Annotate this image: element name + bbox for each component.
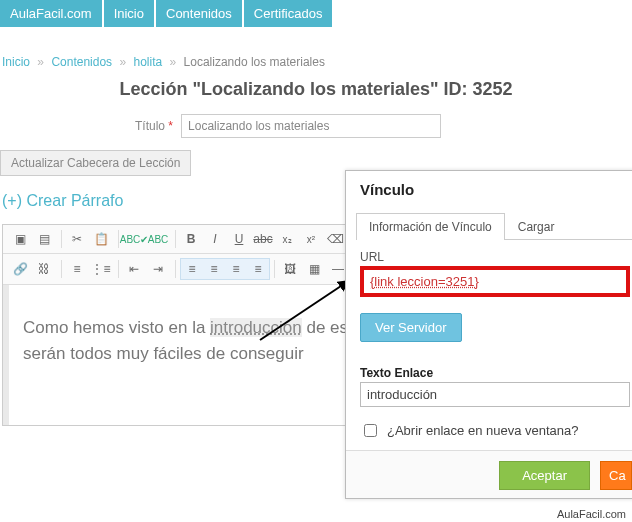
align-right-icon[interactable]: ≡ [225, 259, 247, 279]
texto-enlace-label: Texto Enlace [360, 366, 630, 380]
align-justify-icon[interactable]: ≡ [247, 259, 269, 279]
ver-servidor-button[interactable]: Ver Servidor [360, 313, 462, 342]
page-title-name: Localizando los materiales [201, 79, 430, 99]
unlink-icon[interactable]: ⛓ [33, 259, 55, 279]
subscript-icon[interactable]: x₂ [276, 229, 298, 249]
strike-icon[interactable]: abc [252, 229, 274, 249]
removeformat-icon[interactable]: ⌫ [324, 229, 346, 249]
titulo-label-text: Título [135, 119, 165, 133]
dialog-footer: Aceptar Ca [346, 450, 632, 498]
titulo-row: Título * [135, 114, 632, 138]
top-nav: AulaFacil.com Inicio Contenidos Certific… [0, 0, 632, 27]
dialog-tabs: Información de Vínculo Cargar [356, 212, 632, 240]
crumb-sep: » [37, 55, 44, 69]
titulo-input[interactable] [181, 114, 441, 138]
url-input[interactable]: {link leccion=3251} [360, 266, 630, 297]
indent-icon[interactable]: ⇥ [147, 259, 169, 279]
link-dialog: Vínculo Información de Vínculo Cargar UR… [345, 170, 632, 499]
crumb-contenidos[interactable]: Contenidos [51, 55, 112, 69]
nav-contenidos[interactable]: Contenidos [156, 0, 242, 27]
dialog-title: Vínculo [346, 171, 632, 206]
nav-inicio[interactable]: Inicio [104, 0, 154, 27]
crumb-holita[interactable]: holita [133, 55, 162, 69]
update-header-button[interactable]: Actualizar Cabecera de Lección [0, 150, 191, 176]
align-center-icon[interactable]: ≡ [203, 259, 225, 279]
outdent-icon[interactable]: ⇤ [123, 259, 145, 279]
align-left-icon[interactable]: ≡ [181, 259, 203, 279]
tab-upload[interactable]: Cargar [505, 213, 568, 240]
cut-icon[interactable]: ✂ [66, 229, 88, 249]
page-title: Lección "Localizando los materiales" ID:… [0, 79, 632, 100]
crumb-current: Localizando los materiales [184, 55, 325, 69]
save-icon[interactable]: ▤ [33, 229, 55, 249]
source-icon[interactable]: ▣ [9, 229, 31, 249]
dialog-body: URL {link leccion=3251} Ver Servidor Tex… [346, 250, 632, 450]
url-label: URL [360, 250, 630, 264]
crumb-inicio[interactable]: Inicio [2, 55, 30, 69]
page-title-id: " ID: 3252 [430, 79, 513, 99]
open-new-window-checkbox[interactable] [364, 424, 377, 437]
titulo-label: Título * [135, 119, 173, 133]
superscript-icon[interactable]: x² [300, 229, 322, 249]
breadcrumb: Inicio » Contenidos » holita » Localizan… [2, 55, 632, 69]
bulletlist-icon[interactable]: ⋮≡ [90, 259, 112, 279]
editor-linked-word[interactable]: introducción [210, 318, 302, 337]
open-new-window-label: ¿Abrir enlace en nueva ventana? [387, 423, 579, 438]
spellcheck2-icon[interactable]: ABC [147, 229, 169, 249]
italic-icon[interactable]: I [204, 229, 226, 249]
spellcheck-icon[interactable]: ABC✔ [123, 229, 145, 249]
nav-certificados[interactable]: Certificados [244, 0, 333, 27]
numlist-icon[interactable]: ≡ [66, 259, 88, 279]
table-icon[interactable]: ▦ [303, 259, 325, 279]
accept-button[interactable]: Aceptar [499, 461, 590, 490]
link-icon[interactable]: 🔗 [9, 259, 31, 279]
texto-enlace-input[interactable] [360, 382, 630, 407]
paste-icon[interactable]: 📋 [90, 229, 112, 249]
bold-icon[interactable]: B [180, 229, 202, 249]
watermark: AulaFacil.com [557, 508, 626, 520]
nav-brand[interactable]: AulaFacil.com [0, 0, 102, 27]
required-mark: * [168, 119, 173, 133]
crumb-sep: » [119, 55, 126, 69]
editor-text-pre: Como hemos visto en la [23, 318, 210, 337]
tab-info[interactable]: Información de Vínculo [356, 213, 505, 240]
image-icon[interactable]: 🖼 [279, 259, 301, 279]
page-title-prefix: Lección " [119, 79, 201, 99]
underline-icon[interactable]: U [228, 229, 250, 249]
crumb-sep: » [170, 55, 177, 69]
cancel-button[interactable]: Ca [600, 461, 632, 490]
